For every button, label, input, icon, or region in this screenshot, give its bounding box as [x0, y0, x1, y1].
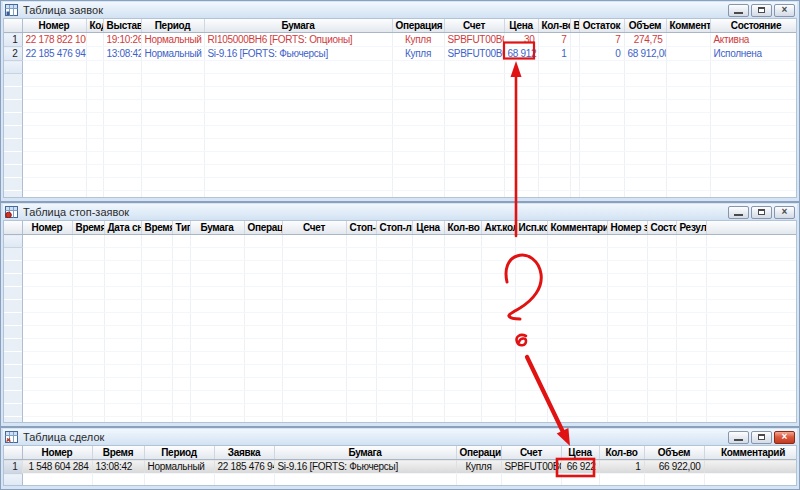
- cell: [190, 404, 244, 417]
- column-header[interactable]: Кол-во: [599, 446, 644, 460]
- column-header[interactable]: Код: [86, 19, 103, 33]
- stop-orders-titlebar[interactable]: Таблица стоп-заявок ×: [3, 204, 797, 220]
- column-header[interactable]: Время: [92, 446, 144, 460]
- column-header[interactable]: Кол-во: [538, 19, 570, 33]
- cell: [515, 313, 547, 326]
- empty-row: [4, 178, 797, 191]
- table-row[interactable]: 122 178 822 10019:10:26НормальныйRI10500…: [4, 33, 797, 47]
- cell: RI105000BH6 [FORTS: Опционы]: [204, 33, 392, 47]
- column-header[interactable]: Счет: [282, 221, 346, 235]
- column-header[interactable]: Стоп-ц: [346, 221, 376, 235]
- cell: [676, 352, 706, 365]
- cell: [676, 326, 706, 339]
- column-header[interactable]: Период: [141, 19, 204, 33]
- column-header[interactable]: Кол-во: [444, 221, 481, 235]
- minimize-button[interactable]: [728, 4, 749, 17]
- cell: [412, 261, 444, 274]
- cell: [22, 235, 72, 248]
- column-header[interactable]: Комментарий: [666, 19, 710, 33]
- column-header[interactable]: Стоп-ли: [376, 221, 412, 235]
- table-row[interactable]: 11 548 604 28413:08:42Нормальный22 185 4…: [4, 460, 797, 474]
- cell: [141, 287, 172, 300]
- column-header[interactable]: Заявка: [214, 446, 274, 460]
- column-header[interactable]: Тип: [172, 221, 190, 235]
- column-header[interactable]: Номер: [22, 221, 72, 235]
- cell: [444, 391, 481, 404]
- column-header[interactable]: Дата сня: [104, 221, 141, 235]
- row-number: [4, 474, 22, 487]
- column-header[interactable]: Цена: [412, 221, 444, 235]
- column-header[interactable]: Счет: [501, 446, 561, 460]
- column-header[interactable]: Резуль: [676, 221, 706, 235]
- cell: [515, 391, 547, 404]
- cell: 66 922: [561, 460, 599, 474]
- cell: [647, 391, 676, 404]
- orders-titlebar[interactable]: Таблица заявок ×: [3, 2, 797, 18]
- restore-icon: [758, 7, 765, 13]
- cell: [412, 235, 444, 248]
- column-header[interactable]: Комментарий: [547, 221, 607, 235]
- empty-row: [4, 152, 797, 165]
- cell: [515, 339, 547, 352]
- column-header[interactable]: Номер: [22, 446, 92, 460]
- empty-row: [4, 339, 797, 352]
- column-header[interactable]: Операция: [244, 221, 282, 235]
- column-header[interactable]: Период: [144, 446, 214, 460]
- cell: [172, 300, 190, 313]
- column-header[interactable]: Операция: [392, 19, 444, 33]
- column-header[interactable]: Объем: [644, 446, 704, 460]
- column-header[interactable]: Ви: [570, 19, 579, 33]
- column-header[interactable]: Исп.кол-: [515, 221, 547, 235]
- column-header[interactable]: Состоя: [647, 221, 676, 235]
- row-number: [4, 178, 22, 191]
- cell: [481, 352, 515, 365]
- cell: [538, 61, 570, 74]
- table-row[interactable]: 222 185 476 94513:08:42НормальныйSi-9.16…: [4, 47, 797, 61]
- cell: [456, 474, 501, 487]
- column-header[interactable]: Время сн: [141, 221, 172, 235]
- column-header[interactable]: Операция: [456, 446, 501, 460]
- column-header[interactable]: Счет: [444, 19, 504, 33]
- cell: 30: [504, 33, 538, 47]
- column-header[interactable]: Номер зая: [607, 221, 647, 235]
- cell: [282, 287, 346, 300]
- cell: SPBFUT00BGP: [444, 33, 504, 47]
- cell: [647, 235, 676, 248]
- close-button[interactable]: ×: [774, 4, 795, 17]
- row-number: [4, 326, 22, 339]
- column-header[interactable]: [706, 221, 797, 235]
- minimize-button[interactable]: [728, 431, 749, 444]
- minimize-button[interactable]: [728, 206, 749, 219]
- column-header[interactable]: Номер: [22, 19, 86, 33]
- cell: [579, 74, 624, 87]
- column-header[interactable]: Цена: [561, 446, 599, 460]
- restore-button[interactable]: [751, 206, 772, 219]
- column-header[interactable]: Остаток: [579, 19, 624, 33]
- cell: [22, 74, 86, 87]
- trades-titlebar[interactable]: Таблица сделок ×: [3, 429, 797, 445]
- cell: [282, 404, 346, 417]
- cell: [538, 152, 570, 165]
- column-header[interactable]: Время: [72, 221, 104, 235]
- column-header[interactable]: Выставле: [103, 19, 141, 33]
- cell: [103, 178, 141, 191]
- column-header[interactable]: Бумага: [190, 221, 244, 235]
- close-button[interactable]: ×: [774, 431, 795, 444]
- empty-row: [4, 87, 797, 100]
- cell: [190, 235, 244, 248]
- cell: [103, 165, 141, 178]
- restore-button[interactable]: [751, 431, 772, 444]
- column-header[interactable]: Объем: [624, 19, 666, 33]
- cell: 22 185 476 945: [22, 47, 86, 61]
- cell: [538, 178, 570, 191]
- cell: [190, 326, 244, 339]
- close-button[interactable]: ×: [774, 206, 795, 219]
- column-header[interactable]: Бумага: [274, 446, 456, 460]
- column-header[interactable]: Состояние: [710, 19, 797, 33]
- column-header[interactable]: Комментарий: [704, 446, 797, 460]
- cell: [392, 165, 444, 178]
- column-header[interactable]: Бумага: [204, 19, 392, 33]
- column-header[interactable]: Акт.кол-: [481, 221, 515, 235]
- column-header[interactable]: Цена: [504, 19, 538, 33]
- restore-button[interactable]: [751, 4, 772, 17]
